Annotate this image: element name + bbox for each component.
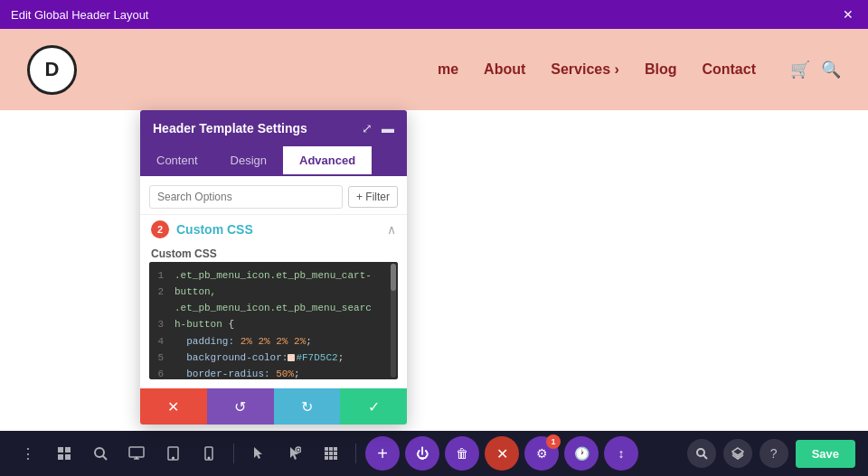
code-scrollbar[interactable] <box>391 264 396 378</box>
settings-badge: 1 <box>546 434 561 449</box>
pointer-icon[interactable] <box>243 438 274 469</box>
svg-rect-16 <box>325 447 328 451</box>
svg-rect-23 <box>329 456 333 460</box>
fullscreen-icon[interactable]: ⤢ <box>362 121 373 135</box>
header-nav: me About Services › Blog Contact 🛒 🔍 <box>438 60 841 79</box>
history-button[interactable]: 🕐 <box>564 436 599 471</box>
svg-point-10 <box>172 457 174 459</box>
nav-contact[interactable]: Contact <box>702 61 756 78</box>
nav-about[interactable]: About <box>484 61 525 78</box>
bottom-toolbar: ⋮ <box>0 431 868 476</box>
logo: D <box>27 45 77 95</box>
svg-rect-1 <box>65 447 71 453</box>
svg-rect-17 <box>329 447 333 451</box>
svg-point-25 <box>697 449 704 456</box>
search-header-icon[interactable]: 🔍 <box>821 60 841 79</box>
header-icons: 🛒 🔍 <box>790 60 841 79</box>
svg-rect-0 <box>58 447 63 453</box>
svg-line-26 <box>703 455 707 459</box>
desktop-icon[interactable] <box>121 438 152 469</box>
undo-button[interactable]: ↺ <box>207 388 274 425</box>
minimize-icon[interactable]: ▬ <box>382 121 394 135</box>
grid-layout-icon[interactable] <box>316 438 346 469</box>
redo-button[interactable]: ↻ <box>274 388 341 425</box>
svg-rect-6 <box>129 447 144 457</box>
css-sublabel: Custom CSS <box>140 244 407 262</box>
svg-rect-24 <box>334 456 337 460</box>
divider-2 <box>355 443 356 463</box>
title-bar: Edit Global Header Layout ✕ <box>0 0 868 29</box>
modal-tabs: Content Design Advanced <box>140 146 407 176</box>
code-content[interactable]: .et_pb_menu_icon.et_pb_menu_cart- button… <box>171 262 398 379</box>
section-title: Custom CSS <box>176 222 387 237</box>
tab-advanced[interactable]: Advanced <box>283 146 372 176</box>
tab-design[interactable]: Design <box>214 146 283 176</box>
modal-panel: Header Template Settings ⤢ ▬ Content Des… <box>140 110 407 425</box>
confirm-button[interactable]: ✓ <box>340 388 407 425</box>
svg-rect-20 <box>329 452 333 455</box>
modal-header-icons: ⤢ ▬ <box>362 121 394 135</box>
add-section-icon[interactable] <box>279 438 310 469</box>
svg-point-12 <box>208 457 210 459</box>
search-input[interactable] <box>149 185 343 209</box>
svg-rect-2 <box>58 454 63 460</box>
zoom-right-icon[interactable] <box>687 439 716 468</box>
help-right-icon[interactable]: ? <box>760 439 788 468</box>
svg-rect-3 <box>65 454 71 460</box>
close-circle-button[interactable]: ✕ <box>485 436 519 471</box>
main-area: Header Template Settings ⤢ ▬ Content Des… <box>0 110 868 431</box>
settings-circle-button[interactable]: ⚙ 1 <box>524 436 559 471</box>
close-window-button[interactable]: ✕ <box>839 5 857 23</box>
svg-point-4 <box>95 448 104 457</box>
scrollbar-thumb <box>391 264 396 291</box>
layers-right-icon[interactable] <box>723 439 752 468</box>
line-numbers: 123456 <box>149 262 171 379</box>
svg-rect-22 <box>325 456 328 460</box>
search-toolbar-icon[interactable] <box>85 438 116 469</box>
title-bar-text: Edit Global Header Layout <box>11 8 148 22</box>
save-button[interactable]: Save <box>796 440 855 468</box>
divider-1 <box>233 443 234 463</box>
svg-line-5 <box>103 456 107 460</box>
cart-icon[interactable]: 🛒 <box>790 60 810 79</box>
code-editor[interactable]: 123456 .et_pb_menu_icon.et_pb_menu_cart-… <box>149 262 398 379</box>
power-button[interactable]: ⏻ <box>405 436 439 471</box>
nav-services[interactable]: Services › <box>551 61 619 78</box>
search-area: + Filter <box>140 176 407 214</box>
svg-rect-21 <box>334 452 337 455</box>
modules-icon[interactable] <box>49 438 80 469</box>
more-options-icon[interactable]: ⋮ <box>13 438 43 469</box>
mobile-icon[interactable] <box>193 438 224 469</box>
nav-me[interactable]: me <box>438 61 458 78</box>
modal-actions: ✕ ↺ ↻ ✓ <box>140 388 407 425</box>
nav-blog[interactable]: Blog <box>645 61 677 78</box>
custom-css-section-header: 2 Custom CSS ∧ <box>140 214 407 244</box>
responsive-button[interactable]: ↕ <box>604 436 638 471</box>
tab-content[interactable]: Content <box>140 146 214 176</box>
toolbar-right: ? Save <box>687 439 855 468</box>
filter-button[interactable]: + Filter <box>348 186 398 208</box>
section-badge: 2 <box>151 220 169 238</box>
cancel-button[interactable]: ✕ <box>140 388 207 425</box>
tablet-icon[interactable] <box>157 438 188 469</box>
collapse-icon[interactable]: ∧ <box>387 222 396 237</box>
modal-title: Header Template Settings <box>153 121 307 135</box>
add-button[interactable]: + <box>365 436 400 471</box>
trash-button[interactable]: 🗑 <box>445 436 479 471</box>
header-preview: D me About Services › Blog Contact 🛒 🔍 <box>0 29 868 110</box>
modal-header: Header Template Settings ⤢ ▬ <box>140 110 407 146</box>
svg-rect-19 <box>325 452 328 455</box>
svg-rect-18 <box>334 447 337 451</box>
